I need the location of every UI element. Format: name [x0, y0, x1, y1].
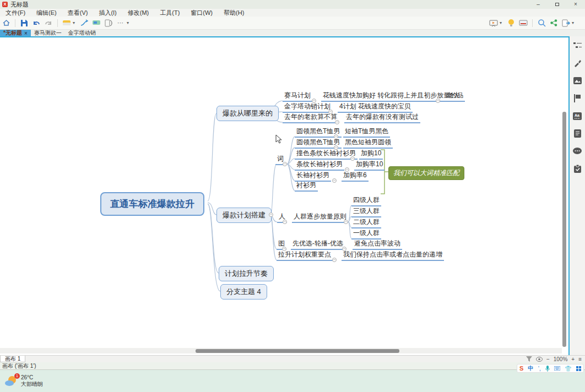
outline-structure-icon[interactable] — [573, 41, 582, 50]
more-tools-button[interactable]: ⋯ — [115, 18, 127, 29]
topic-saima-detail[interactable]: 花钱速度快加购好 转化跟得上并且初步放量的品 — [321, 91, 465, 102]
collapse-knob[interactable] — [334, 145, 338, 150]
doc-tab-jinzita[interactable]: 金字塔动销 — [65, 30, 99, 36]
mindmap-canvas[interactable]: 直通车标准爆款拉升 爆款从哪里来的 爆款计划搭建 计划拉升节奏 分支主题 4 赛… — [0, 36, 568, 355]
doc-tab-saima[interactable]: 赛马测款一 — [31, 30, 65, 36]
note-icon[interactable] — [573, 129, 582, 138]
branch-subtopic-4[interactable]: 分支主题 4 — [220, 284, 267, 300]
collapse-knob[interactable] — [332, 178, 337, 183]
home-button[interactable] — [0, 18, 12, 29]
ime-mic-icon[interactable] — [545, 366, 550, 372]
collapse-knob[interactable] — [345, 167, 349, 172]
collapse-knob[interactable] — [334, 134, 338, 139]
tab-close-icon[interactable]: × — [24, 30, 28, 36]
ime-mode-toggle[interactable]: 中 — [528, 364, 534, 372]
undo-button[interactable] — [30, 18, 42, 29]
collapse-knob[interactable] — [332, 258, 337, 262]
topic-crowd-l4[interactable]: 四级人群 — [351, 196, 381, 206]
zoom-out-button[interactable]: − — [546, 356, 550, 362]
image-icon[interactable] — [573, 76, 582, 85]
ime-punct-icon[interactable]: ’, — [538, 366, 541, 372]
more-dropdown-caret[interactable]: ▾ — [127, 20, 132, 25]
menu-tools[interactable]: 工具(T) — [154, 9, 185, 17]
topic-lastyear-tested[interactable]: 去年的爆款有没有测试过 — [344, 113, 420, 123]
topic-word6[interactable]: 衬衫男 — [295, 181, 318, 192]
branch-hot-item-plan-build[interactable]: 爆款计划搭建 — [216, 208, 272, 223]
menu-edit[interactable]: 编辑(E) — [31, 9, 62, 17]
collapse-knob[interactable] — [436, 99, 440, 103]
horizontal-scrollbar-thumb[interactable] — [196, 349, 399, 353]
task-check-icon[interactable] — [573, 164, 582, 173]
topic-word2b[interactable]: 黑色短袖男圆领 — [343, 138, 393, 149]
presentation-dropdown-caret[interactable]: ▾ — [500, 20, 505, 25]
idea-bulb-button[interactable] — [505, 18, 517, 29]
branch-where-hot-items-come-from[interactable]: 爆款从哪里来的 — [216, 106, 279, 121]
search-button[interactable] — [535, 18, 548, 29]
banner-button[interactable] — [517, 18, 529, 29]
redo-button[interactable] — [42, 18, 55, 29]
menu-modify[interactable]: 修改(M) — [122, 9, 155, 17]
topic-saima-plan[interactable]: 赛马计划 — [283, 91, 312, 102]
summary-button[interactable] — [102, 18, 115, 29]
menu-file[interactable]: 文件(F) — [0, 9, 31, 17]
topic-word5b[interactable]: 加购率6 — [342, 171, 369, 182]
topic-crowd-principle[interactable]: 人群逐步放量原则 — [292, 213, 348, 223]
filter-funnel-icon[interactable] — [526, 356, 532, 362]
close-button[interactable]: × — [566, 0, 585, 9]
export-button[interactable] — [560, 18, 572, 29]
collapse-knob[interactable] — [283, 162, 287, 166]
collapse-knob[interactable] — [328, 110, 333, 114]
topic-weight-detail[interactable]: 我们保持点击率或者点击量的递增 — [342, 251, 444, 261]
topic-crowd-l1[interactable]: 一级人群 — [351, 229, 381, 239]
topic-crowd-l2[interactable]: 二级人群 — [351, 218, 381, 228]
marker-flag-icon[interactable] — [573, 94, 582, 103]
presentation-button[interactable] — [488, 18, 500, 29]
topic-word3a[interactable]: 撞色条纹长袖衬衫男 — [295, 149, 358, 160]
collapse-knob[interactable] — [350, 156, 355, 161]
topic-word1b[interactable]: 短袖T恤男黑色 — [343, 127, 390, 138]
summary-callout[interactable]: 我们可以大词精准匹配 — [388, 166, 464, 180]
menu-window[interactable]: 窗口(W) — [185, 9, 218, 17]
zoom-in-button[interactable]: + — [571, 356, 575, 362]
ime-keyboard-icon[interactable] — [554, 366, 560, 371]
export-dropdown-caret[interactable]: ▾ — [572, 20, 577, 25]
theme-style-button[interactable] — [61, 18, 73, 29]
doc-tab-untitled[interactable]: *无标题 × — [0, 30, 31, 36]
comment-icon[interactable] — [573, 146, 582, 156]
vertical-scrollbar-thumb[interactable] — [562, 112, 566, 347]
format-painter-icon[interactable] — [573, 58, 582, 68]
collapse-knob[interactable] — [342, 247, 346, 251]
sogou-logo-icon[interactable]: S — [519, 365, 523, 372]
collapse-knob[interactable] — [282, 247, 286, 251]
collapse-knob[interactable] — [269, 213, 273, 217]
canvas-tab-1[interactable]: 画布 1 — [0, 356, 25, 362]
menu-help[interactable]: 帮助(H) — [218, 9, 250, 17]
collapse-knob[interactable] — [283, 220, 287, 224]
topic-pyramid-plan[interactable]: 金字塔动销计划 — [283, 102, 332, 113]
topic-laoda[interactable]: 老大 — [445, 91, 462, 102]
topic-word5a[interactable]: 长袖衬衫男 — [295, 171, 331, 182]
topic-lastyear-old[interactable]: 去年的老款算不算 — [283, 113, 339, 123]
collapse-knob[interactable] — [344, 220, 348, 224]
relationship-button[interactable] — [78, 18, 90, 29]
menu-insert[interactable]: 插入(I) — [93, 9, 122, 17]
topic-word4b[interactable]: 加购率10 — [354, 160, 384, 171]
menu-view[interactable]: 查看(V) — [62, 9, 94, 17]
branch-plan-lift-rhythm[interactable]: 计划拉升节奏 — [219, 266, 274, 281]
fit-view-button[interactable]: ≡ — [578, 356, 582, 362]
topic-picture-method[interactable]: 先优选-轮播-优选 — [291, 239, 345, 250]
share-button[interactable] — [548, 18, 560, 29]
theme-dropdown-caret[interactable]: ▾ — [73, 20, 78, 25]
topic-word3b[interactable]: 加购10 — [359, 149, 383, 160]
ime-skin-icon[interactable]: 👕 — [565, 366, 571, 372]
taskbar-weather-widget[interactable]: 1 26°C 大部晴朗 — [4, 374, 43, 388]
overview-eye-icon[interactable] — [536, 357, 543, 362]
restore-button[interactable] — [548, 0, 566, 9]
callout-button[interactable] — [90, 18, 102, 29]
minimize-button[interactable]: – — [529, 0, 548, 9]
topic-picture-avoid[interactable]: 避免点击率波动 — [353, 239, 402, 250]
topic-pyramid-detail[interactable]: 4计划 花钱速度快的宝贝 — [338, 102, 413, 113]
topic-crowd-l3[interactable]: 三级人群 — [351, 207, 381, 217]
topic-word4a[interactable]: 条纹长袖衬衫男 — [295, 160, 344, 171]
save-button[interactable] — [18, 18, 30, 29]
